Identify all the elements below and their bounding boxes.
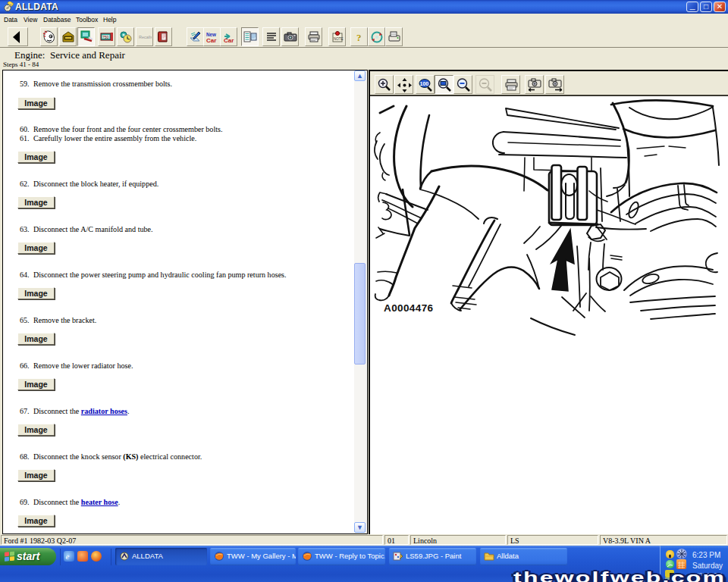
svg-text:750: 750 [102,35,109,39]
svg-text:Recalls: Recalls [139,35,152,39]
svg-text:NOTE: NOTE [334,37,344,41]
svg-text:?: ? [356,32,362,43]
svg-text:Car: Car [224,37,234,44]
svg-text:100: 100 [420,81,429,86]
svg-text:Car: Car [206,37,216,44]
svg-text:A0004476: A0004476 [384,302,434,314]
svg-text:New: New [206,32,217,37]
svg-text:e: e [66,552,70,561]
